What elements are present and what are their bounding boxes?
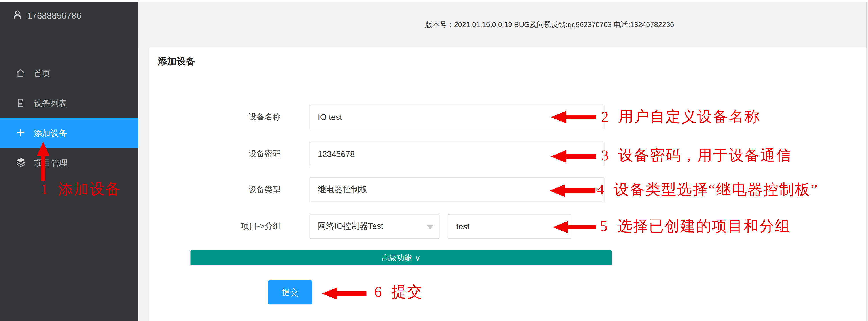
annotation-label: 选择已创建的项目和分组 (617, 218, 791, 234)
annotation-arrow-left-5 (553, 219, 596, 235)
advanced-functions-toggle[interactable]: 高级功能 ∨ (190, 250, 612, 265)
annotation-arrow-left-6 (322, 286, 367, 301)
sidebar-item-label: 添加设备 (34, 128, 67, 138)
annotation-arrow-left-4 (550, 183, 595, 199)
annotation-number: 1 (41, 181, 50, 197)
project-select[interactable]: 网络IO控制器Test (309, 214, 439, 239)
sidebar: 17688856786 首页 设备列表 (0, 2, 138, 321)
device-type-label: 设备类型 (183, 177, 281, 202)
sidebar-item-label: 设备列表 (34, 98, 67, 109)
annotation-label: 用户自定义设备名称 (618, 108, 760, 125)
project-group-label: 项目->分组 (183, 214, 281, 239)
device-password-label: 设备密码 (183, 142, 281, 167)
annotation-4: 4设备类型选择“继电器控制板” (597, 181, 818, 199)
group-value: test (456, 221, 470, 231)
annotation-number: 4 (597, 181, 605, 198)
annotation-5: 5选择已创建的项目和分组 (600, 218, 791, 235)
annotation-2: 2用户自定义设备名称 (601, 108, 761, 126)
annotation-number: 2 (601, 108, 610, 125)
app-window: 17688856786 首页 设备列表 (0, 0, 868, 321)
person-icon (12, 9, 23, 22)
annotation-label: 提交 (391, 284, 423, 300)
sidebar-item-label: 首页 (34, 68, 50, 79)
sidebar-item-add-device[interactable]: 添加设备 (0, 118, 138, 148)
advanced-functions-label: 高级功能 (382, 253, 411, 263)
annotation-arrow-left-2 (551, 109, 596, 125)
annotation-number: 3 (601, 147, 610, 164)
annotation-1: 1添加设备 (41, 181, 121, 198)
sidebar-menu: 首页 设备列表 添加设备 (0, 59, 138, 178)
device-name-label: 设备名称 (183, 105, 281, 130)
user-phone: 17688856786 (27, 11, 81, 21)
annotation-3: 3设备密码，用于设备通信 (601, 147, 792, 164)
scrollbar-edge (866, 2, 867, 321)
home-icon (16, 68, 25, 79)
sidebar-item-project-management[interactable]: 项目管理 (0, 148, 138, 178)
annotation-6: 6提交 (374, 284, 423, 301)
annotation-arrow-up-1 (35, 142, 51, 181)
sidebar-item-home[interactable]: 首页 (0, 59, 138, 88)
layers-icon (16, 157, 26, 169)
annotation-number: 5 (600, 218, 609, 234)
chevron-down-icon: ∨ (415, 253, 421, 262)
device-type-value: 继电器控制板 (318, 184, 368, 195)
page-title: 添加设备 (158, 55, 195, 68)
user-info[interactable]: 17688856786 (12, 9, 81, 22)
plus-icon (16, 128, 25, 139)
sidebar-item-device-list[interactable]: 设备列表 (0, 88, 138, 118)
topbar: 版本号：2021.01.15.0.0.19 BUG及问题反馈:qq9623707… (138, 2, 868, 48)
project-value: 网络IO控制器Test (318, 221, 383, 232)
group-select[interactable]: test (448, 214, 571, 239)
document-icon (16, 98, 25, 109)
annotation-arrow-left-3 (551, 149, 596, 164)
annotation-label: 添加设备 (58, 181, 121, 197)
submit-button[interactable]: 提交 (268, 280, 312, 305)
annotation-label: 设备密码，用于设备通信 (618, 147, 792, 164)
annotation-number: 6 (374, 284, 383, 300)
chevron-down-icon (427, 225, 433, 233)
annotation-label: 设备类型选择“继电器控制板” (614, 181, 818, 198)
version-text: 版本号：2021.01.15.0.0.19 BUG及问题反馈:qq9623707… (425, 20, 674, 30)
